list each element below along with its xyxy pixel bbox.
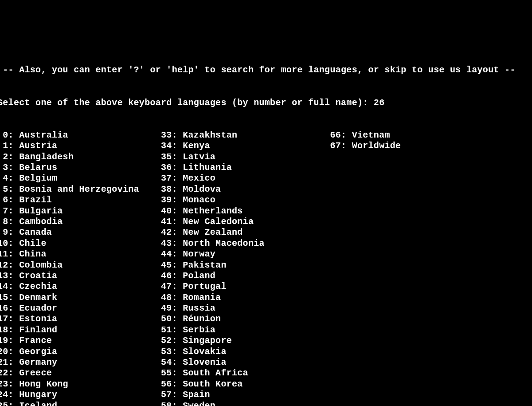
list-item: 23: Hong Kong 56: South Korea [0, 379, 243, 390]
list-item: 18: Finland 51: Serbia [0, 325, 215, 335]
list-row: 11: China 44: Norway [0, 249, 532, 260]
list-item: 25: Iceland 58: Sweden [0, 401, 215, 406]
list-row: 9: Canada 42: New Zealand [0, 227, 532, 238]
list-row: 3: Belarus 36: Lithuania [0, 162, 532, 173]
list-row: 13: Croatia 46: Poland [0, 271, 532, 281]
list-row: 10: Chile 43: North Macedonia [0, 238, 532, 249]
list-item: 11: China 44: Norway [0, 249, 215, 260]
list-item: 20: Georgia 53: Slovakia [0, 347, 227, 357]
help-line: -- Also, you can enter '?' or 'help' to … [0, 65, 532, 75]
list-item: 3: Belarus 36: Lithuania [0, 162, 232, 173]
list-row: 5: Bosnia and Herzegovina 38: Moldova [0, 184, 532, 195]
list-item: 17: Estonia 50: Réunion [0, 314, 221, 324]
list-item: 7: Bulgaria 40: Netherlands [0, 206, 243, 217]
list-item: 14: Czechia 47: Portugal [0, 281, 227, 292]
list-item: 16: Ecuador 49: Russia [0, 303, 215, 314]
list-item: 15: Denmark 48: Romania [0, 292, 221, 303]
list-item: 5: Bosnia and Herzegovina 38: Moldova [0, 184, 221, 195]
list-item: 6: Brazil 39: Monaco [0, 195, 215, 205]
list-row: 12: Colombia 45: Pakistan [0, 260, 532, 271]
list-row: 16: Ecuador 49: Russia [0, 303, 532, 314]
list-item: 8: Cambodia 41: New Caledonia [0, 217, 254, 227]
list-row: 6: Brazil 39: Monaco [0, 195, 532, 205]
list-item: 4: Belgium 37: Mexico [0, 173, 215, 184]
list-row: 1: Austria 34: Kenya 67: Worldwide [0, 141, 532, 151]
keyboard-select-line: Select one of the above keyboard languag… [0, 98, 532, 108]
list-item: 19: France 52: Singapore [0, 335, 232, 346]
list-row: 17: Estonia 50: Réunion [0, 314, 532, 324]
keyboard-answer: 26 [374, 98, 385, 108]
list-row: 23: Hong Kong 56: South Korea [0, 379, 532, 390]
list-row: 24: Hungary 57: Spain [0, 390, 532, 400]
list-row: 21: Germany 54: Slovenia [0, 357, 532, 368]
list-row: 20: Georgia 53: Slovakia [0, 347, 532, 357]
list-row: 0: Australia 33: Kazakhstan 66: Vietnam [0, 130, 532, 141]
list-row: 2: Bangladesh 35: Latvia [0, 152, 532, 162]
region-list: 0: Australia 33: Kazakhstan 66: Vietnam … [0, 130, 532, 406]
list-item: 2: Bangladesh 35: Latvia [0, 152, 215, 162]
list-row: 14: Czechia 47: Portugal [0, 281, 532, 292]
list-item: 0: Australia 33: Kazakhstan 66: Vietnam [0, 130, 390, 141]
list-row: 15: Denmark 48: Romania [0, 292, 532, 303]
list-item: 13: Croatia 46: Poland [0, 271, 215, 281]
list-row: 7: Bulgaria 40: Netherlands [0, 206, 532, 217]
terminal-screen[interactable]: -- Also, you can enter '?' or 'help' to … [0, 43, 532, 406]
list-item: 24: Hungary 57: Spain [0, 390, 210, 400]
list-item: 10: Chile 43: North Macedonia [0, 238, 265, 249]
list-item: 1: Austria 34: Kenya 67: Worldwide [0, 141, 401, 151]
list-row: 19: France 52: Singapore [0, 335, 532, 346]
list-row: 22: Greece 55: South Africa [0, 368, 532, 378]
list-item: 21: Germany 54: Slovenia [0, 357, 227, 368]
list-row: 4: Belgium 37: Mexico [0, 173, 532, 184]
list-item: 12: Colombia 45: Pakistan [0, 260, 227, 271]
list-row: 25: Iceland 58: Sweden [0, 401, 532, 406]
list-item: 9: Canada 42: New Zealand [0, 227, 243, 238]
list-item: 22: Greece 55: South Africa [0, 368, 248, 378]
list-row: 18: Finland 51: Serbia [0, 325, 532, 335]
list-row: 8: Cambodia 41: New Caledonia [0, 217, 532, 227]
